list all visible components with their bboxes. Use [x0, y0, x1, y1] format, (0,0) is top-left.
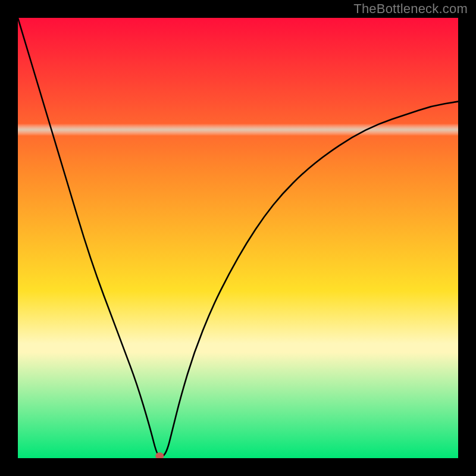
watermark-text: TheBottleneck.com: [353, 1, 468, 17]
pale-band: [18, 124, 458, 136]
plot-svg: [18, 18, 458, 458]
plot-area: [18, 18, 458, 458]
chart-container: TheBottleneck.com: [0, 0, 476, 476]
